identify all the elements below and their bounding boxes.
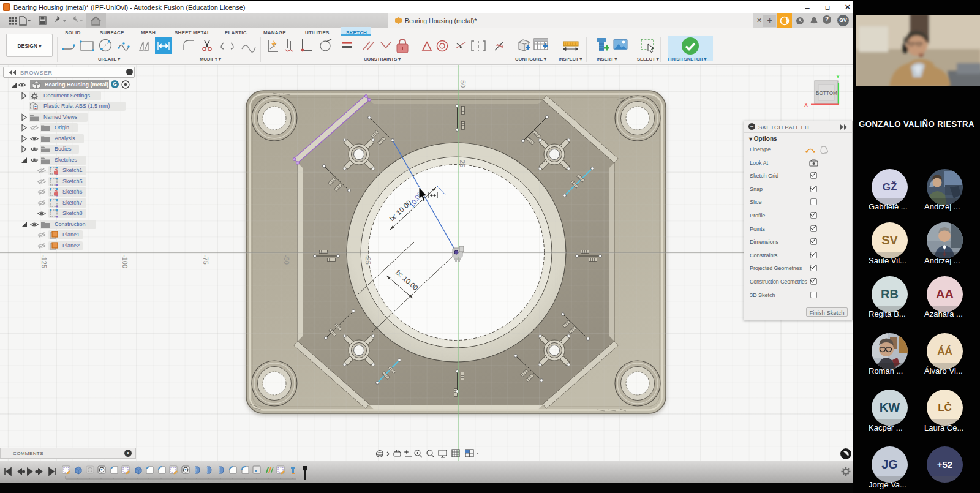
svg-text:-25: -25 bbox=[364, 255, 372, 265]
svg-text:50: 50 bbox=[459, 80, 467, 88]
svg-text:X: X bbox=[804, 102, 808, 108]
svg-text:fx: 10.00: fx: 10.00 bbox=[394, 268, 420, 292]
svg-text:-125: -125 bbox=[40, 255, 48, 268]
svg-text:-50: -50 bbox=[283, 255, 290, 265]
svg-text:25: 25 bbox=[459, 160, 466, 167]
svg-text:BOTTOM: BOTTOM bbox=[816, 91, 837, 96]
svg-text:-75: -75 bbox=[202, 255, 209, 265]
svg-text:Y: Y bbox=[836, 73, 840, 80]
svg-text:-100: -100 bbox=[121, 255, 129, 268]
